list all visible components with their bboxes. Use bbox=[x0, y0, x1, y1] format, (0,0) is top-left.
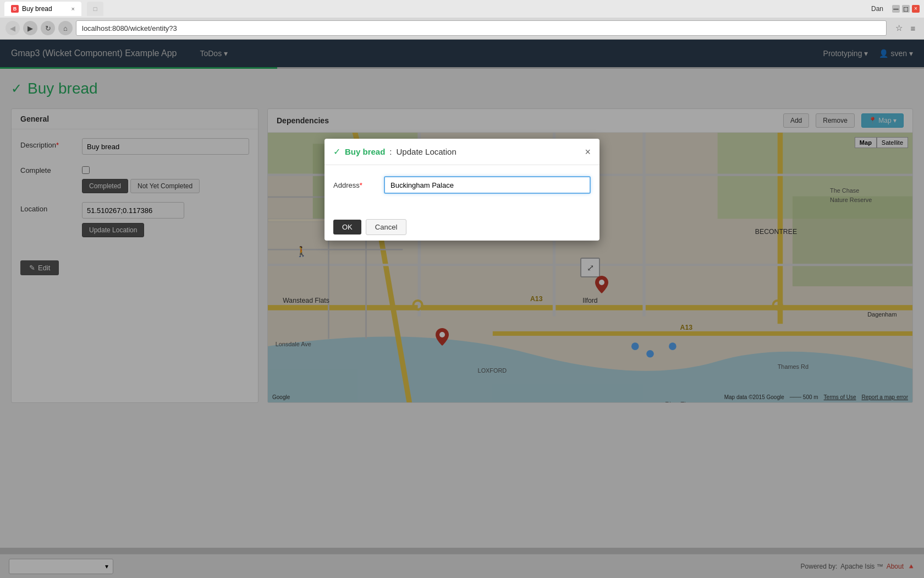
browser-user: Dan bbox=[871, 5, 883, 13]
browser-chrome: B Buy bread × □ Dan ─ □ × ◀ ▶ ↻ ⌂ localh… bbox=[0, 0, 924, 40]
refresh-button[interactable]: ↻ bbox=[41, 21, 55, 35]
modal-title-entity: Buy bread bbox=[345, 147, 385, 156]
modal-title-action: Update Location bbox=[397, 147, 457, 156]
cursor-indicator: ↖ bbox=[337, 239, 343, 241]
url-text: localhost:8080/wicket/entity?3 bbox=[82, 24, 177, 32]
modal-body: Address* bbox=[324, 165, 600, 214]
back-button[interactable]: ◀ bbox=[6, 21, 20, 35]
address-input[interactable] bbox=[384, 176, 591, 194]
window-controls: ─ □ × bbox=[892, 5, 920, 13]
tab-close-button[interactable]: × bbox=[72, 6, 75, 12]
maximize-button[interactable]: □ bbox=[902, 5, 910, 13]
browser-title-bar: B Buy bread × □ Dan ─ □ × bbox=[0, 0, 924, 18]
browser-nav-bar: ◀ ▶ ↻ ⌂ localhost:8080/wicket/entity?3 ☆… bbox=[0, 18, 924, 39]
bookmark-button[interactable]: ☆ bbox=[893, 23, 904, 34]
tab-title: Buy bread bbox=[22, 5, 52, 13]
new-tab-button[interactable]: □ bbox=[87, 2, 103, 16]
menu-button[interactable]: ≡ bbox=[908, 23, 919, 34]
cancel-button[interactable]: Cancel bbox=[366, 219, 406, 235]
forward-button[interactable]: ▶ bbox=[23, 21, 37, 35]
modal-header: ✓ Buy bread : Update Location × bbox=[324, 139, 600, 165]
modal-footer: OK Cancel ↖ bbox=[324, 214, 600, 241]
modal-title-check-icon: ✓ bbox=[333, 146, 340, 157]
tab-favicon: B bbox=[11, 5, 19, 13]
modal-overlay: ✓ Buy bread : Update Location × Address*… bbox=[0, 40, 924, 578]
browser-tab[interactable]: B Buy bread × bbox=[4, 2, 81, 16]
address-bar[interactable]: localhost:8080/wicket/entity?3 bbox=[76, 20, 887, 36]
address-group: Address* bbox=[333, 176, 591, 194]
update-location-modal: ✓ Buy bread : Update Location × Address*… bbox=[324, 139, 600, 241]
close-button[interactable]: × bbox=[912, 5, 920, 13]
home-button[interactable]: ⌂ bbox=[58, 21, 73, 35]
modal-title-separator: : bbox=[389, 147, 392, 156]
modal-close-button[interactable]: × bbox=[585, 147, 591, 157]
ok-button[interactable]: OK bbox=[333, 220, 361, 235]
minimize-button[interactable]: ─ bbox=[892, 5, 900, 13]
browser-nav-icons: ☆ ≡ bbox=[893, 23, 919, 34]
address-label: Address* bbox=[333, 181, 377, 189]
